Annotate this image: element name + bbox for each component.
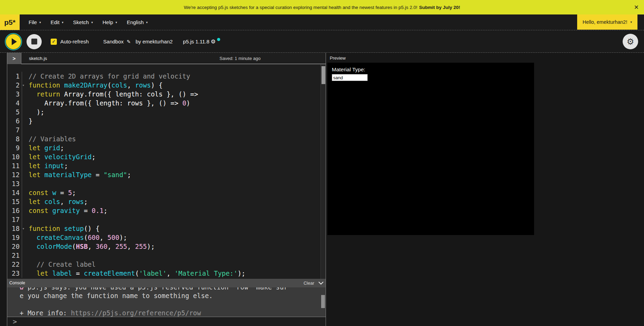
code-line[interactable]: 11let input; xyxy=(7,161,326,170)
menu-english[interactable]: English▾ xyxy=(122,14,153,30)
sidebar-expand-button[interactable]: > xyxy=(7,53,21,64)
menu-bar: File▾Edit▾Sketch▾Help▾English▾ xyxy=(20,14,153,30)
chevron-down-icon: ▾ xyxy=(62,21,64,24)
menu-edit[interactable]: Edit▾ xyxy=(46,14,68,30)
code-line[interactable]: 20 colorMode(HSB, 360, 255, 255); xyxy=(7,242,326,251)
code-line-content: let grid; xyxy=(29,143,64,152)
code-line[interactable]: 4 Array.from({ length: rows }, () => 0) xyxy=(7,99,326,108)
console-scrollbar-thumb[interactable] xyxy=(321,295,325,308)
code-line-content: function make2DArray(cols, rows) { xyxy=(29,81,163,90)
gear-icon: ⚙ xyxy=(627,37,634,47)
console-message-line: ✿ p5.js says: you have used a p5.js rese… xyxy=(20,287,326,292)
code-line[interactable]: 3 return Array.from({ length: cols }, ()… xyxy=(7,90,326,99)
line-number: 3 xyxy=(7,90,20,99)
tab-sketch-js[interactable]: sketch.js xyxy=(29,56,47,61)
autorefresh-label: Auto-refresh xyxy=(60,39,89,44)
code-line[interactable]: 8// Variables xyxy=(7,134,326,143)
line-number: 18▾ xyxy=(7,224,20,233)
line-number: 16 xyxy=(7,206,20,215)
checkbox-checked-icon[interactable]: ✓ xyxy=(51,39,57,45)
user-menu-button[interactable]: Hello, emekturhan2! ▾ xyxy=(577,14,637,30)
code-line[interactable]: 19 createCanvas(600, 500); xyxy=(7,233,326,242)
code-line[interactable]: 5 ); xyxy=(7,108,326,116)
console-title: Console xyxy=(9,281,25,285)
console-collapse-chevron-icon[interactable] xyxy=(318,282,324,285)
line-number: 15 xyxy=(7,197,20,206)
user-menu-label: Hello, emekturhan2! xyxy=(583,19,627,25)
menu-sketch[interactable]: Sketch▾ xyxy=(68,14,98,30)
code-line[interactable]: 7 xyxy=(7,125,326,134)
version-picker[interactable]: p5.js 1.11.8 ⚙ xyxy=(183,39,220,44)
code-line[interactable]: 15let cols, rows; xyxy=(7,197,326,206)
code-line[interactable]: 12let materialType = "sand"; xyxy=(7,170,326,179)
stop-button[interactable] xyxy=(27,34,42,49)
code-line[interactable]: 10let velocityGrid; xyxy=(7,152,326,161)
console-output[interactable]: ✿ p5.js says: you have used a p5.js rese… xyxy=(7,287,326,317)
code-line-content: colorMode(HSB, 360, 255, 255); xyxy=(29,242,155,251)
menu-file[interactable]: File▾ xyxy=(24,14,46,30)
chevron-down-icon: ▾ xyxy=(630,20,632,24)
code-line-content: let materialType = "sand"; xyxy=(29,170,131,179)
fold-arrow-icon[interactable]: ▾ xyxy=(22,81,24,90)
announcement-cta: Submit by July 20! xyxy=(419,5,460,10)
line-number: 2▾ xyxy=(7,81,20,90)
code-line[interactable]: 21 xyxy=(7,251,326,260)
code-line[interactable]: 2▾function make2DArray(cols, rows) { xyxy=(7,81,326,90)
line-number: 5 xyxy=(7,108,20,116)
code-line[interactable]: 18▾function setup() { xyxy=(7,224,326,233)
app-header: p5* File▾Edit▾Sketch▾Help▾English▾ Hello… xyxy=(0,14,644,30)
line-number: 7 xyxy=(7,125,20,134)
code-line[interactable]: 23 let label = createElement('label', 'M… xyxy=(7,269,326,278)
fold-arrow-icon[interactable]: ▾ xyxy=(22,224,24,233)
line-number: 14 xyxy=(7,188,20,197)
chevron-down-icon: ▾ xyxy=(146,21,148,24)
editor-tabbar: > sketch.js Saved: 1 minute ago xyxy=(7,53,326,64)
p5-logo[interactable]: p5* xyxy=(0,14,20,30)
chevron-down-icon: ▾ xyxy=(39,21,41,24)
editor-scrollbar[interactable] xyxy=(320,64,326,279)
code-line-content: let label = createElement('label', 'Mate… xyxy=(29,269,245,278)
code-line-content: // Create label xyxy=(29,260,95,269)
code-line-content xyxy=(29,215,32,224)
line-number: 21 xyxy=(7,251,20,260)
version-gear-icon: ⚙ xyxy=(211,39,216,44)
project-author[interactable]: by emekturhan2 xyxy=(136,39,173,44)
code-line[interactable]: 14const w = 5; xyxy=(7,188,326,197)
code-line[interactable]: 9let grid; xyxy=(7,143,326,152)
code-line-content: let cols, rows; xyxy=(29,197,88,206)
line-number: 6 xyxy=(7,116,20,125)
code-line-content: const w = 5; xyxy=(29,188,76,197)
code-line-content xyxy=(29,179,32,188)
code-line[interactable]: 6} xyxy=(7,116,326,125)
editor-scrollbar-thumb[interactable] xyxy=(321,66,325,84)
line-number: 23 xyxy=(7,269,20,278)
edit-pencil-icon[interactable]: ✎ xyxy=(127,39,131,44)
code-line[interactable]: 22 // Create label xyxy=(7,260,326,269)
code-line[interactable]: 16const gravity = 0.1; xyxy=(7,206,326,215)
line-number: 1 xyxy=(7,72,20,81)
code-line-content xyxy=(29,251,32,260)
material-type-label: Material Type: xyxy=(332,67,365,73)
close-icon[interactable]: ✕ xyxy=(634,4,639,10)
sketch-canvas[interactable]: Material Type: xyxy=(327,63,534,235)
console-message-line: + More info: https://p5js.org/reference/… xyxy=(20,309,326,317)
code-line-content: createCanvas(600, 500); xyxy=(29,233,127,242)
console-prompt-row[interactable]: > xyxy=(7,317,326,326)
code-line[interactable]: 1// Create 2D arrays for grid and veloci… xyxy=(7,72,326,81)
code-line[interactable]: 17 xyxy=(7,215,326,224)
line-number: 8 xyxy=(7,134,20,143)
settings-button[interactable]: ⚙ xyxy=(623,34,638,49)
menu-help[interactable]: Help▾ xyxy=(98,14,122,30)
code-line[interactable]: 13 xyxy=(7,179,326,188)
autorefresh-toggle[interactable]: ✓ Auto-refresh xyxy=(51,39,89,45)
console-clear-button[interactable]: Clear xyxy=(304,281,314,286)
project-title: Sandbox ✎ xyxy=(103,39,131,44)
line-number: 11 xyxy=(7,161,20,170)
console-message-line: e you change the function name to someth… xyxy=(20,292,326,300)
code-editor[interactable]: 1// Create 2D arrays for grid and veloci… xyxy=(7,64,326,279)
play-button[interactable] xyxy=(6,34,21,49)
material-type-input[interactable] xyxy=(332,74,368,81)
line-number: 17 xyxy=(7,215,20,224)
code-line-content xyxy=(29,125,32,134)
announcement-text: We're accepting p5.js sketches for a spe… xyxy=(184,5,418,10)
